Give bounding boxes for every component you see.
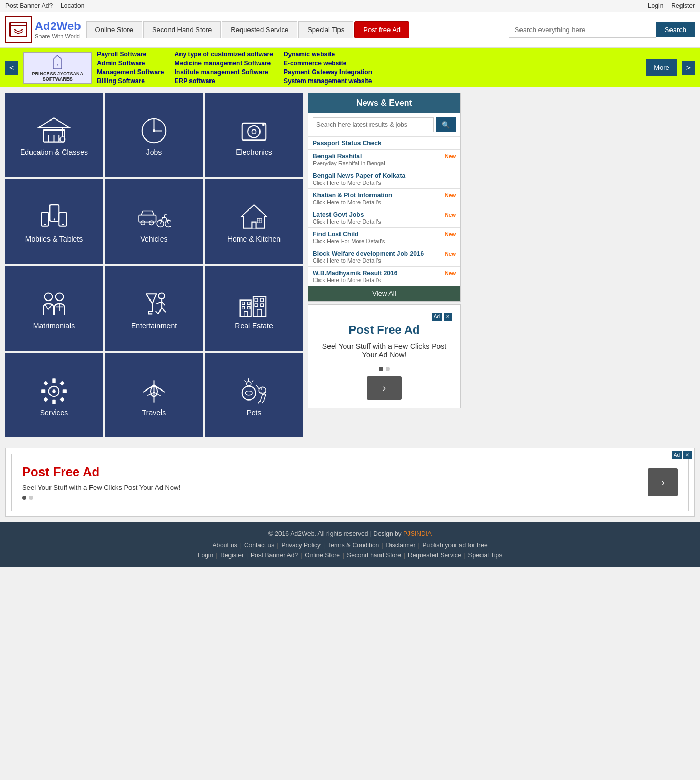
requested-service-btn[interactable]: Requested Service [222, 21, 297, 38]
cat-matrimonials[interactable]: Matrimonials [5, 266, 103, 351]
news-item-passport[interactable]: Passport Status Check [308, 136, 460, 149]
footer: © 2016 Ad2Web. All rights reserved | Des… [0, 522, 700, 567]
bottom-ad-text: Seel Your Stuff with a Few Clicks Post Y… [22, 484, 648, 492]
bottom-ad-next-btn[interactable]: › [648, 468, 678, 496]
banner-prev-btn[interactable]: < [5, 61, 18, 75]
bottom-ad-close[interactable]: ✕ [683, 451, 692, 459]
cat-entertainment[interactable]: Entertainment [105, 266, 203, 351]
logo-svg [9, 20, 28, 39]
news-box: News & Event 🔍 Passport Status Check Ben… [308, 93, 461, 302]
cat-home[interactable]: Home & Kitchen [205, 179, 303, 264]
news-search-button[interactable]: 🔍 [436, 117, 456, 132]
news-search-input[interactable] [313, 117, 434, 132]
pets-icon [237, 374, 271, 408]
footer-designer-link[interactable]: PJSINDIA [403, 530, 432, 537]
news-item-madhyamik[interactable]: W.B.Madhyamik Result 2016 New Click Here… [308, 266, 460, 286]
cat-electronics-label: Electronics [236, 148, 272, 156]
register-link[interactable]: Register [671, 2, 695, 9]
sidebar-ad-next-btn[interactable]: › [367, 376, 402, 400]
news-item-rashifal-sub: Everyday Rashifal in Bengal [313, 160, 456, 166]
banner-more-btn[interactable]: More [646, 59, 677, 76]
banner-next-btn[interactable]: > [682, 61, 695, 75]
footer-login[interactable]: Login [198, 552, 213, 559]
cat-services-label: Services [40, 408, 68, 417]
cat-jobs[interactable]: Jobs [105, 93, 203, 177]
search-bar: Search [509, 22, 695, 38]
logo[interactable]: Ad2Web Share With World [5, 16, 81, 43]
svg-rect-63 [43, 397, 48, 402]
login-link[interactable]: Login [648, 2, 663, 9]
banner-logo: ♦ PRINCESS JYOTSANA SOFTWARES [23, 52, 92, 84]
footer-privacy[interactable]: Privacy Policy [281, 542, 321, 549]
banner-link-medicine[interactable]: Medicine management Software [175, 59, 273, 67]
svg-rect-0 [10, 22, 27, 37]
cat-services[interactable]: Services [5, 353, 103, 437]
footer-online-store[interactable]: Online Store [305, 552, 340, 559]
cat-electronics[interactable]: Electronics [205, 93, 303, 177]
banner-link-dynamic[interactable]: Dynamic website [284, 51, 372, 58]
banner-link-custom[interactable]: Any type of customized software [175, 51, 273, 58]
banner-link-payroll[interactable]: Payroll Software [97, 51, 164, 58]
footer-second-hand[interactable]: Second hand Store [347, 552, 401, 559]
cat-realestate[interactable]: Real Estate [205, 266, 303, 351]
ad-dot-2 [386, 367, 390, 371]
banner-link-billing[interactable]: Billing Software [97, 77, 164, 85]
footer-terms[interactable]: Terms & Condition [327, 542, 379, 549]
footer-requested-service[interactable]: Requested Service [408, 552, 461, 559]
banner-link-erp[interactable]: ERP software [175, 77, 273, 85]
footer-publish[interactable]: Publish your ad for free [423, 542, 488, 549]
bottom-dot-2 [29, 496, 33, 500]
view-all-button[interactable]: View All [308, 286, 460, 301]
post-free-ad-btn[interactable]: Post free Ad [354, 21, 409, 38]
news-item-newspaper[interactable]: Bengali News Paper of Kolkata Click Here… [308, 169, 460, 188]
footer-about[interactable]: About us [212, 542, 237, 549]
news-item-blockwelfare[interactable]: Block Welfare development Job 2016 New C… [308, 247, 460, 266]
news-item-govtjobs[interactable]: Latest Govt Jobs New Click Here to More … [308, 208, 460, 227]
ad-badge[interactable]: Ad [432, 313, 442, 321]
svg-point-29 [149, 221, 154, 225]
search-button[interactable]: Search [656, 22, 695, 37]
sidebar-ad-title: Post Free Ad [316, 323, 452, 337]
cat-pets[interactable]: Pets [205, 353, 303, 437]
svg-text:♦: ♦ [57, 63, 58, 66]
news-item-lostchild[interactable]: Find Lost Child New Click Here For More … [308, 227, 460, 247]
banner-link-admin[interactable]: Admin Software [97, 59, 164, 67]
svg-rect-59 [41, 389, 45, 393]
bottom-ad-label[interactable]: Ad [672, 451, 682, 459]
svg-line-71 [252, 380, 253, 382]
home-icon [237, 201, 271, 235]
footer-disclaimer[interactable]: Disclaimer [386, 542, 415, 549]
svg-rect-53 [261, 303, 264, 306]
news-event-header: News & Event [308, 93, 460, 113]
post-banner-link[interactable]: Post Banner Ad? [5, 2, 53, 9]
banner-link-ecommerce[interactable]: E-commerce website [284, 59, 372, 67]
cat-mobiles[interactable]: Mobiles & Tablets [5, 179, 103, 264]
special-tips-btn[interactable]: Special Tips [298, 21, 353, 38]
banner-links: Payroll Software Admin Software Manageme… [97, 51, 641, 85]
footer-post-banner[interactable]: Post Banner Ad? [251, 552, 298, 559]
banner-link-management[interactable]: Management Software [97, 68, 164, 76]
search-input[interactable] [509, 22, 656, 38]
banner-link-payment[interactable]: Payment Gateway Integration [284, 68, 372, 76]
news-item-rashifal[interactable]: Bengali Rashifal New Everyday Rashifal i… [308, 149, 460, 169]
footer-special-tips[interactable]: Special Tips [468, 552, 503, 559]
cat-vehicles[interactable]: Vehicles [105, 179, 203, 264]
second-hand-store-btn[interactable]: Second Hand Store [143, 21, 221, 38]
banner-link-system[interactable]: System management website [284, 77, 372, 85]
footer-contact[interactable]: Contact us [244, 542, 274, 549]
news-item-khatian[interactable]: Khatian & Plot Information New Click Her… [308, 188, 460, 208]
banner-link-institute[interactable]: Institute management Software [175, 68, 273, 76]
online-store-btn[interactable]: Online Store [86, 21, 142, 38]
svg-rect-58 [52, 399, 56, 404]
location-link[interactable]: Location [61, 2, 84, 9]
ad-close[interactable]: ✕ [444, 313, 452, 321]
cat-education[interactable]: Education & Classes [5, 93, 103, 177]
svg-rect-52 [255, 303, 258, 306]
cat-travels[interactable]: Travels [105, 353, 203, 437]
news-item-passport-title: Passport Status Check [313, 139, 456, 147]
services-icon [37, 374, 71, 408]
svg-rect-54 [257, 309, 261, 316]
news-item-blockwelfare-sub: Click Here to More Detail's [313, 257, 456, 264]
footer-register[interactable]: Register [220, 552, 244, 559]
new-badge-lostchild: New [445, 232, 456, 237]
